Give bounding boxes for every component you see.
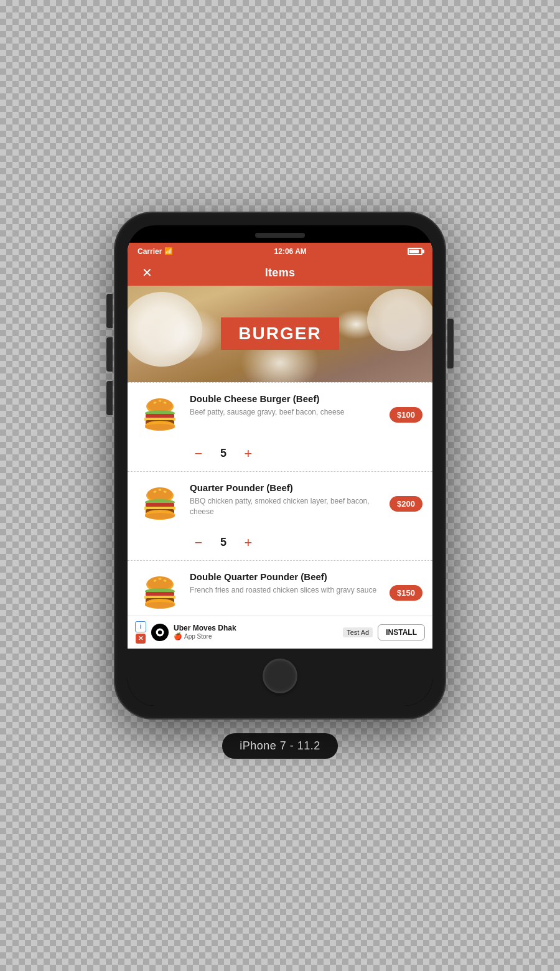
svg-rect-6 bbox=[146, 414, 174, 418]
ad-store-text: App Store bbox=[184, 633, 212, 640]
svg-rect-17 bbox=[146, 503, 174, 507]
menu-list: Double Cheese Burger (Beef) Beef patty, … bbox=[128, 382, 432, 616]
status-time: 12:06 AM bbox=[274, 247, 307, 256]
uber-logo bbox=[151, 624, 169, 641]
menu-item-1: Double Cheese Burger (Beef) Beef patty, … bbox=[128, 382, 432, 471]
home-button[interactable] bbox=[263, 659, 297, 693]
svg-point-21 bbox=[145, 513, 175, 519]
svg-point-25 bbox=[159, 578, 162, 579]
item-2-plus-button[interactable]: + bbox=[240, 534, 257, 551]
wifi-icon: 📶 bbox=[164, 247, 173, 255]
item-2-quantity: 5 bbox=[217, 536, 230, 549]
item-3-price[interactable]: $150 bbox=[390, 585, 422, 601]
phone-speaker bbox=[255, 233, 305, 238]
ad-install-button[interactable]: INSTALL bbox=[378, 624, 425, 640]
item-3-desc: French fries and roasted chicken slices … bbox=[190, 585, 382, 596]
menu-item-2: Quarter Pounder (Beef) BBQ chicken patty… bbox=[128, 471, 432, 560]
apple-icon: 🍎 bbox=[174, 632, 182, 640]
item-2-desc: BBQ chicken patty, smoked chicken layer,… bbox=[190, 496, 382, 517]
item-1-plus-button[interactable]: + bbox=[240, 445, 257, 462]
menu-item-1-row: Double Cheese Burger (Beef) Beef patty, … bbox=[138, 393, 422, 438]
close-button[interactable]: ✕ bbox=[138, 263, 156, 282]
burger-icon-3 bbox=[138, 571, 182, 616]
item-2-name: Quarter Pounder (Beef) bbox=[190, 482, 382, 494]
ad-app-name: Uber Moves Dhak bbox=[174, 624, 338, 632]
item-2-quantity-row: − 5 + bbox=[190, 527, 422, 560]
item-1-minus-button[interactable]: − bbox=[190, 445, 207, 462]
home-button-area bbox=[128, 649, 432, 706]
item-1-desc: Beef patty, sausage gravy, beef bacon, c… bbox=[190, 407, 382, 418]
svg-point-14 bbox=[159, 489, 162, 490]
item-1-quantity-row: − 5 + bbox=[190, 438, 422, 471]
phone-device: Carrier 📶 12:06 AM ✕ Items BURGER bbox=[115, 213, 445, 718]
svg-point-34 bbox=[158, 630, 162, 634]
carrier-label: Carrier 📶 bbox=[138, 247, 173, 256]
menu-item-2-row: Quarter Pounder (Beef) BBQ chicken patty… bbox=[138, 482, 422, 527]
phone-screen-area: Carrier 📶 12:06 AM ✕ Items BURGER bbox=[128, 225, 432, 706]
menu-item-3-info: Double Quarter Pounder (Beef) French fri… bbox=[190, 571, 382, 596]
nav-bar: ✕ Items bbox=[128, 260, 432, 286]
item-2-minus-button[interactable]: − bbox=[190, 534, 207, 551]
burger-icon-1 bbox=[138, 393, 182, 438]
ad-info-icon[interactable]: i bbox=[135, 621, 146, 632]
item-1-quantity: 5 bbox=[217, 447, 230, 460]
item-1-price[interactable]: $100 bbox=[390, 407, 422, 423]
svg-rect-28 bbox=[146, 592, 174, 596]
battery-indicator bbox=[408, 248, 422, 255]
screen: Carrier 📶 12:06 AM ✕ Items BURGER bbox=[128, 243, 432, 649]
device-label: iPhone 7 - 11.2 bbox=[222, 733, 338, 759]
ad-test-label: Test Ad bbox=[343, 627, 373, 637]
item-1-name: Double Cheese Burger (Beef) bbox=[190, 393, 382, 405]
hero-section: BURGER bbox=[128, 286, 432, 382]
svg-point-32 bbox=[145, 602, 175, 608]
svg-point-3 bbox=[159, 400, 162, 401]
menu-item-3-row: Double Quarter Pounder (Beef) French fri… bbox=[138, 571, 422, 616]
burger-icon-2 bbox=[138, 482, 182, 527]
menu-item-3: Double Quarter Pounder (Beef) French fri… bbox=[128, 560, 432, 616]
ad-content: Uber Moves Dhak 🍎 App Store bbox=[174, 624, 338, 640]
page-title: Items bbox=[265, 266, 296, 279]
ad-banner: i ✕ Uber Moves Dhak 🍎 App Store bbox=[128, 616, 432, 649]
battery-fill bbox=[409, 250, 419, 253]
svg-point-10 bbox=[145, 424, 175, 430]
battery-body bbox=[408, 248, 422, 255]
hero-label: BURGER bbox=[221, 317, 338, 350]
carrier-text: Carrier bbox=[138, 247, 162, 256]
ad-close-button[interactable]: ✕ bbox=[136, 634, 146, 644]
ad-store-label: 🍎 App Store bbox=[174, 632, 338, 640]
status-bar: Carrier 📶 12:06 AM bbox=[128, 243, 432, 260]
item-3-name: Double Quarter Pounder (Beef) bbox=[190, 571, 382, 583]
menu-item-2-info: Quarter Pounder (Beef) BBQ chicken patty… bbox=[190, 482, 382, 517]
item-2-price[interactable]: $200 bbox=[390, 496, 422, 512]
menu-item-1-info: Double Cheese Burger (Beef) Beef patty, … bbox=[190, 393, 382, 418]
